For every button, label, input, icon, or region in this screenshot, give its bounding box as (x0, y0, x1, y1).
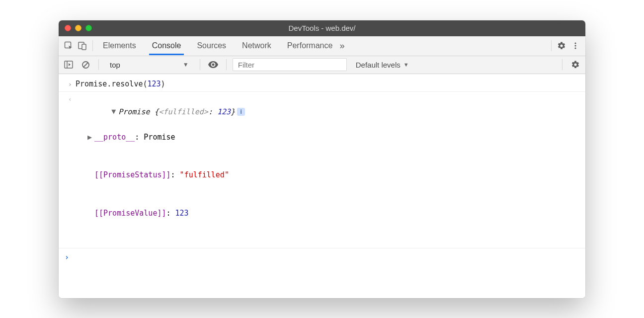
execution-context-selector[interactable]: top ▼ (105, 58, 194, 71)
result-caret-icon: ‹ (65, 93, 76, 245)
separator (92, 40, 93, 51)
separator (200, 59, 200, 70)
input-caret-icon: › (65, 78, 76, 91)
window-controls (59, 25, 92, 31)
device-toolbar-icon[interactable] (76, 39, 89, 53)
promise-value-row: [[PromiseValue]]: 123 (76, 207, 579, 220)
proto-row[interactable]: ▶__proto__: Promise (76, 131, 579, 144)
console-settings-gear-icon[interactable] (568, 58, 582, 72)
titlebar: DevTools - web.dev/ (59, 20, 585, 36)
minimize-window-button[interactable] (75, 25, 81, 31)
close-window-button[interactable] (65, 25, 71, 31)
live-expression-eye-icon[interactable] (206, 58, 220, 72)
context-label: top (110, 61, 120, 69)
console-body: › Promise.resolve(123) ‹ ▼Promise {<fulf… (59, 74, 585, 298)
result-object[interactable]: ▼Promise {<fulfilled>: 123}i ▶__proto__:… (76, 93, 579, 245)
toggle-console-sidebar-icon[interactable] (62, 58, 76, 72)
info-badge-icon[interactable]: i (237, 108, 245, 116)
console-prompt[interactable]: › (59, 248, 585, 296)
panel-tabs: Elements Console Sources Network Perform… (101, 37, 334, 55)
filter-input[interactable] (233, 58, 347, 71)
tab-performance[interactable]: Performance (285, 37, 335, 55)
chevron-down-icon: ▼ (183, 61, 189, 68)
svg-line-9 (83, 63, 88, 67)
promise-status-row: [[PromiseStatus]]: "fulfilled" (76, 169, 579, 182)
inspect-element-icon[interactable] (62, 39, 76, 53)
separator (98, 59, 99, 70)
separator (551, 40, 552, 51)
clear-console-icon[interactable] (79, 58, 92, 72)
tab-console[interactable]: Console (150, 37, 183, 55)
kebab-menu-icon[interactable] (568, 39, 582, 53)
input-expression: Promise.resolve(123) (76, 78, 579, 91)
svg-point-3 (574, 42, 576, 44)
console-toolbar: top ▼ Default levels ▼ (59, 56, 585, 74)
svg-point-4 (574, 45, 576, 46)
separator (226, 59, 227, 70)
tab-elements[interactable]: Elements (101, 37, 138, 55)
prompt-caret-icon: › (65, 251, 76, 264)
tabs-overflow-icon[interactable]: » (334, 41, 349, 51)
svg-rect-2 (82, 44, 86, 50)
log-levels-selector[interactable]: Default levels ▼ (350, 61, 415, 69)
chevron-down-icon: ▼ (403, 62, 409, 68)
tab-network[interactable]: Network (240, 37, 273, 55)
expand-toggle-icon[interactable]: ▶ (87, 131, 94, 144)
window-title: DevTools - web.dev/ (59, 24, 585, 32)
log-levels-label: Default levels (356, 61, 401, 69)
console-input-echo: › Promise.resolve(123) (59, 77, 585, 92)
separator (562, 59, 563, 70)
expand-toggle-icon[interactable]: ▼ (111, 105, 118, 118)
settings-gear-icon[interactable] (555, 39, 568, 53)
panel-tabs-bar: Elements Console Sources Network Perform… (59, 36, 585, 56)
zoom-window-button[interactable] (85, 25, 92, 31)
devtools-window: DevTools - web.dev/ Elements Console Sou… (59, 20, 585, 298)
console-result: ‹ ▼Promise {<fulfilled>: 123}i ▶__proto_… (59, 92, 585, 248)
svg-point-5 (574, 47, 576, 49)
tab-sources[interactable]: Sources (195, 37, 228, 55)
